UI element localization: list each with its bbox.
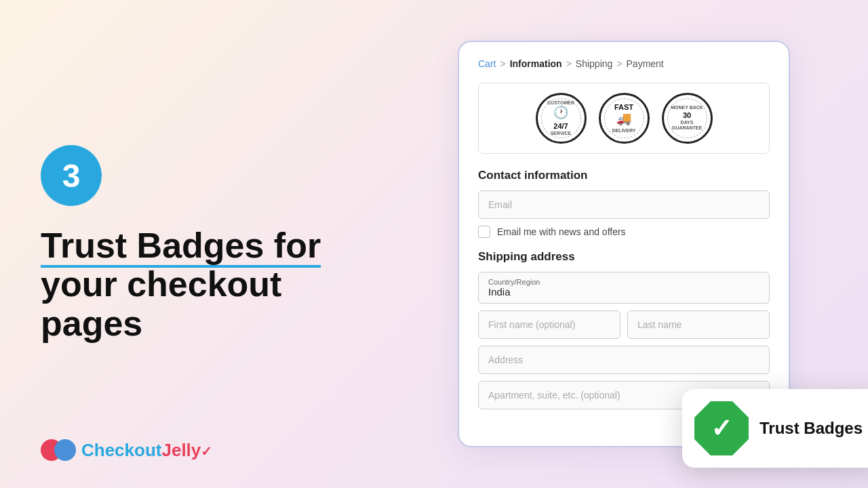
checkmark-icon: ✓ — [711, 413, 732, 443]
contact-section-title: Contact information — [478, 169, 770, 182]
trust-badge-label: Trust Badges — [760, 419, 863, 438]
breadcrumb-shipping[interactable]: Shipping — [576, 58, 613, 69]
last-name-field[interactable]: Last name — [627, 310, 770, 339]
newsletter-label: Email me with news and offers — [497, 226, 626, 237]
step-circle: 3 — [41, 145, 102, 206]
step-number: 3 — [62, 157, 81, 195]
breadcrumb-sep2: > — [566, 58, 572, 69]
badge-fast-delivery: FAST 🚚 DELIVERY — [599, 93, 650, 144]
breadcrumb-information[interactable]: Information — [510, 58, 562, 69]
newsletter-checkbox-row: Email me with news and offers — [478, 226, 770, 238]
pill-right — [54, 439, 76, 461]
main-title: Trust Badges for your checkout pages — [41, 226, 339, 343]
logo-jelly: Jelly — [161, 440, 201, 460]
logo-icon — [41, 439, 76, 461]
address-field[interactable]: Address — [478, 346, 770, 374]
checkout-inner: Cart > Information > Shipping > Payment … — [459, 42, 789, 432]
breadcrumb: Cart > Information > Shipping > Payment — [478, 58, 770, 69]
logo-text: CheckoutJelly✓ — [81, 440, 212, 461]
logo-mark: ✓ — [201, 444, 212, 459]
title-line3: pages — [41, 304, 142, 343]
shipping-section-title: Shipping address — [478, 250, 770, 264]
logo-area: CheckoutJelly✓ — [41, 439, 212, 461]
breadcrumb-cart[interactable]: Cart — [478, 58, 496, 69]
right-panel: Cart > Information > Shipping > Payment … — [380, 0, 868, 488]
name-fields-row: First name (optional) Last name — [478, 310, 770, 339]
trust-badges-box: CUSTOMER 🕐 24/7 SERVICE FAST 🚚 DELIVERY … — [478, 83, 770, 154]
email-field[interactable]: Email — [478, 190, 770, 219]
first-name-field[interactable]: First name (optional) — [478, 310, 620, 339]
green-badge-icon: ✓ — [694, 401, 749, 455]
logo-checkout: Checkout — [81, 440, 161, 460]
logo-container: CheckoutJelly✓ — [41, 439, 212, 461]
country-field[interactable]: Country/Region India — [478, 272, 770, 304]
checkout-card: Cart > Information > Shipping > Payment … — [458, 41, 790, 447]
title-line2: your checkout — [41, 264, 281, 304]
newsletter-checkbox[interactable] — [478, 226, 490, 238]
badge-money-back: MONEY BACK 30 DAYS GUARANTEE — [662, 93, 713, 144]
trust-badge-floating-card: ✓ Trust Badges — [682, 389, 868, 468]
breadcrumb-payment[interactable]: Payment — [627, 58, 664, 69]
title-line1: Trust Badges for — [41, 226, 321, 268]
breadcrumb-sep1: > — [500, 58, 505, 69]
left-panel: 3 Trust Badges for your checkout pages C… — [0, 0, 380, 488]
badge-customer-service: CUSTOMER 🕐 24/7 SERVICE — [536, 93, 587, 144]
breadcrumb-sep3: > — [616, 58, 622, 69]
